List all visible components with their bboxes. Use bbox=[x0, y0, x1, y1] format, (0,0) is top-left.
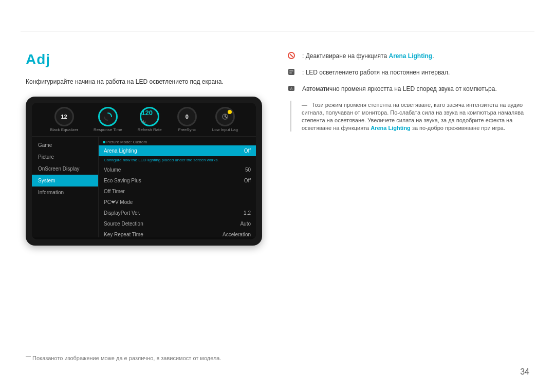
left-section: Adj Конфигурирайте начина на работа на L… bbox=[26, 51, 278, 246]
monitor-menu: Game Picture OnScreen Display System Inf… bbox=[32, 137, 256, 237]
bullet-text-off: : Деактивиране на функцията Arena Lighti… bbox=[302, 51, 434, 61]
gauge-circle-refresh: 120 Hz bbox=[140, 107, 159, 126]
footnote-text: Показаното изображение може да е различн… bbox=[32, 355, 221, 361]
note-block: — Този режим променя степента на осветяв… bbox=[290, 101, 534, 132]
gauge-freesync: 0 FreeSync bbox=[177, 107, 197, 132]
svg-text:A: A bbox=[290, 87, 292, 90]
menu-item-picture[interactable]: Picture bbox=[32, 151, 98, 163]
monitor-mockup: 12 Black Equalizer Response Time bbox=[26, 97, 262, 246]
bullet-item-off: : Деактивиране на функцията Arena Lighti… bbox=[288, 51, 534, 62]
menu-right-keyrepeat[interactable]: Key Repeat Time Acceleration bbox=[99, 229, 256, 239]
footnote: ― Показаното изображение може да е разли… bbox=[26, 353, 221, 361]
picture-mode-label: Picture Mode: Custom bbox=[106, 140, 147, 144]
disable-icon bbox=[288, 52, 295, 59]
menu-left-panel: Game Picture OnScreen Display System Inf… bbox=[32, 137, 99, 237]
menu-right-offtimer[interactable]: Off Timer bbox=[99, 186, 256, 197]
menu-right-panel: Picture Mode: Custom Arena Lighting Off … bbox=[99, 137, 256, 237]
gauge-circle-input bbox=[215, 107, 235, 126]
configure-text: Configure how the LED lighting placed un… bbox=[99, 156, 256, 164]
gauge-circle-freesync: 0 bbox=[177, 107, 197, 126]
menu-right-pcav[interactable]: PC❤V Mode bbox=[99, 197, 256, 208]
off-icon bbox=[288, 52, 298, 62]
right-section: : Деактивиране на функцията Arena Lighti… bbox=[288, 51, 534, 132]
page-number: 34 bbox=[520, 367, 529, 377]
auto-svg-icon: A bbox=[288, 85, 295, 92]
menu-right-displayport[interactable]: DisplayPort Ver. 1.2 bbox=[99, 208, 256, 218]
gauge-low-input-lag: Low Input Lag bbox=[212, 107, 238, 132]
gauge-circle-response bbox=[98, 107, 118, 126]
bullet-item-interval: : LED осветлението работя на постоянен и… bbox=[288, 68, 534, 78]
menu-right-arena-lighting[interactable]: Arena Lighting Off bbox=[99, 145, 256, 156]
svg-rect-3 bbox=[288, 69, 294, 75]
monitor-inner: 12 Black Equalizer Response Time bbox=[32, 103, 256, 239]
interval-icon bbox=[288, 68, 298, 78]
menu-item-system[interactable]: System bbox=[32, 175, 98, 186]
bullet-text-interval: : LED осветлението работя на постоянен и… bbox=[302, 68, 450, 77]
monitor-topbar: 12 Black Equalizer Response Time bbox=[32, 103, 256, 137]
arena-lighting-ref-1: Arena Lighting bbox=[388, 52, 432, 60]
section-subtitle: Конфигурирайте начина на работа на LED о… bbox=[26, 77, 278, 86]
gauge-response-time: Response Time bbox=[94, 107, 122, 132]
gauge-refresh-rate: 120 Hz Refresh Rate bbox=[138, 107, 162, 132]
gauge-circle: 12 bbox=[54, 107, 74, 126]
menu-item-information[interactable]: Information bbox=[32, 186, 98, 198]
menu-item-onscreen[interactable]: OnScreen Display bbox=[32, 163, 98, 175]
top-divider bbox=[21, 31, 534, 31]
menu-right-eco[interactable]: Eco Saving Plus Off bbox=[99, 175, 256, 186]
bullet-item-auto: A Автоматично променя яркостта на LED сп… bbox=[288, 84, 534, 95]
feature-list: : Деактивиране на функцията Arena Lighti… bbox=[288, 51, 534, 95]
bullet-text-auto: Автоматично променя яркостта на LED спор… bbox=[302, 84, 497, 94]
input-lag-icon bbox=[221, 113, 229, 121]
svg-line-2 bbox=[225, 117, 227, 118]
auto-icon: A bbox=[288, 85, 298, 95]
menu-right-volume[interactable]: Volume 50 bbox=[99, 164, 256, 175]
arena-lighting-ref-2: Arena Lighting bbox=[371, 125, 411, 131]
gauge-black-equalizer: 12 Black Equalizer bbox=[50, 107, 78, 132]
section-title: Adj bbox=[26, 51, 278, 68]
svg-rect-5 bbox=[289, 72, 292, 73]
note-text: Този режим променя степента на осветяван… bbox=[302, 102, 524, 131]
menu-right-source[interactable]: Source Detection Auto bbox=[99, 218, 256, 229]
response-arc-icon bbox=[103, 111, 113, 122]
menu-item-game[interactable]: Game bbox=[32, 139, 98, 151]
svg-rect-4 bbox=[289, 70, 293, 71]
picture-mode-dot bbox=[103, 141, 105, 143]
interval-svg-icon bbox=[288, 68, 295, 76]
